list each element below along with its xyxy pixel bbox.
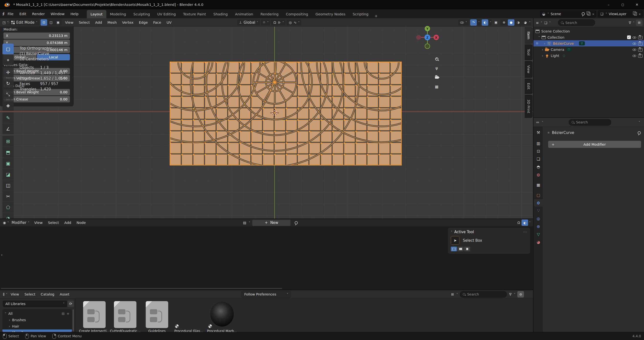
- wireframe-shading-button[interactable]: ⊕: [501, 19, 507, 26]
- close-button[interactable]: [630, 0, 644, 9]
- tab-object-data[interactable]: ▽: [534, 230, 543, 238]
- tab-render[interactable]: ▥: [534, 140, 543, 147]
- pin-icon[interactable]: [294, 221, 298, 224]
- select-box-tool-icon[interactable]: ➤: [451, 236, 460, 245]
- tool-poly-build[interactable]: ⬠: [2, 202, 14, 213]
- workspace-tab-shading[interactable]: Shading: [210, 10, 231, 18]
- workspace-tab-layout[interactable]: Layout: [87, 10, 106, 18]
- tool-bevel[interactable]: ◪: [2, 169, 14, 180]
- outliner-row-beziercurve[interactable]: ⊡ › ▽ BézierCurve ▽: [534, 40, 644, 46]
- chevron-down-icon[interactable]: [638, 120, 640, 124]
- sidebar-tab-3d-print[interactable]: 3D Print: [525, 95, 532, 118]
- select-mode-set-button[interactable]: [451, 247, 457, 251]
- node-menu-node[interactable]: Node: [74, 221, 88, 225]
- workspace-tab-geometry-nodes[interactable]: Geometry Nodes: [312, 10, 349, 18]
- camera-view-button[interactable]: [433, 74, 440, 81]
- tool-add-cube[interactable]: ⊞: [2, 136, 14, 147]
- new-collection-button[interactable]: ⊞: [636, 20, 642, 26]
- add-modifier-button[interactable]: + Add Modifier: [548, 141, 641, 148]
- menu-window[interactable]: Window: [48, 12, 68, 16]
- tool-rotate[interactable]: ↻: [2, 78, 14, 89]
- viewport-menu-select[interactable]: Select: [76, 20, 92, 24]
- outliner-row-scene-collection[interactable]: Scene Collection: [534, 28, 644, 34]
- unlink-icon[interactable]: [592, 12, 594, 16]
- median-x-field[interactable]: X0.23113 m: [4, 32, 70, 39]
- save-icon[interactable]: ⊟: [62, 312, 65, 316]
- properties-search-input[interactable]: Search: [569, 119, 611, 126]
- workspace-tab-scripting[interactable]: Scripting: [349, 10, 372, 18]
- tab-view-layer[interactable]: ❏: [534, 155, 543, 162]
- outliner-row-collection[interactable]: Collection ✓: [534, 34, 644, 40]
- pan-button[interactable]: ψ: [433, 64, 440, 72]
- sidebar-tab-view[interactable]: View: [525, 61, 532, 78]
- menu-edit[interactable]: Edit: [16, 12, 29, 16]
- region-toggle-arrow[interactable]: ‣: [1, 253, 3, 257]
- maximize-button[interactable]: [616, 0, 630, 9]
- node-menu-select[interactable]: Select: [46, 221, 61, 225]
- outliner-search-input[interactable]: Search: [558, 19, 595, 26]
- asset-menu-asset[interactable]: Asset: [58, 292, 72, 296]
- add-workspace-button[interactable]: +: [372, 14, 380, 18]
- tab-world[interactable]: ◍: [534, 171, 543, 178]
- add-catalog-icon[interactable]: +: [66, 312, 70, 316]
- menu-render[interactable]: Render: [29, 12, 48, 16]
- workspace-tab-texture-paint[interactable]: Texture Paint: [180, 10, 210, 18]
- tool-move[interactable]: ✛: [2, 67, 14, 78]
- pin-icon[interactable]: [582, 12, 585, 16]
- outliner-row-light[interactable]: › Light ◌: [534, 52, 644, 59]
- camera-render-icon[interactable]: [638, 54, 642, 58]
- viewport-menu-mesh[interactable]: Mesh: [105, 20, 119, 24]
- eye-icon[interactable]: [632, 48, 636, 51]
- checkbox-icon[interactable]: ✓: [627, 36, 631, 39]
- view-layer-selector[interactable]: ❏ ViewLayer: [598, 10, 642, 17]
- vertex-select-button[interactable]: ⊡: [40, 19, 47, 26]
- tab-object[interactable]: ▢: [534, 192, 543, 199]
- viewport-menu-vertex[interactable]: Vertex: [120, 20, 136, 24]
- tab-tool[interactable]: ⚒: [534, 129, 543, 136]
- catalog-item-hair[interactable]: ›Hair: [2, 323, 72, 330]
- tool-measure[interactable]: ∠: [2, 124, 14, 134]
- perspective-toggle-button[interactable]: ▦: [433, 83, 440, 90]
- viewport-menu-uv[interactable]: UV: [164, 20, 174, 24]
- refresh-library-button[interactable]: ⟳: [68, 301, 74, 307]
- tool-spin[interactable]: ◔: [2, 213, 14, 218]
- blender-menu-icon[interactable]: 🮲: [2, 12, 4, 16]
- asset-guidelines[interactable]: Guidelines: [142, 301, 172, 333]
- show-overlays-button[interactable]: ◐: [482, 19, 488, 26]
- filter-icon[interactable]: ∇: [629, 21, 631, 25]
- mosaic-mesh[interactable]: [170, 62, 402, 166]
- edge-select-button[interactable]: ◫: [48, 19, 54, 26]
- rendered-shading-button[interactable]: ◕: [522, 19, 528, 26]
- viewport-3d[interactable]: ◳ Edit Mode ⊡ ◫ ▣ View Select Add Mesh V…: [0, 18, 533, 218]
- grip-icon[interactable]: ∷∷: [523, 230, 527, 234]
- sidebar-tab-tool[interactable]: Tool: [525, 44, 532, 60]
- asset-menu-view[interactable]: View: [8, 292, 21, 296]
- import-method-dropdown[interactable]: Follow Preferences: [242, 291, 291, 298]
- asset-procedural-glass[interactable]: Procedural Glas...: [174, 301, 204, 333]
- display-mode-icon[interactable]: ⊞: [451, 292, 454, 296]
- tool-loop-cut[interactable]: ◫: [2, 180, 14, 191]
- catalog-item-brushes[interactable]: ›Brushes: [2, 317, 72, 323]
- camera-render-icon[interactable]: [638, 48, 642, 52]
- workspace-tab-animation[interactable]: Animation: [231, 10, 257, 18]
- material-shading-button[interactable]: ◑: [515, 19, 522, 26]
- asset-browser[interactable]: ⫼ View Select Catalog Asset Follow Prefe…: [0, 290, 533, 332]
- falloff-icon[interactable]: ∿: [294, 20, 297, 24]
- snap-target-icon[interactable]: ⊪: [278, 20, 281, 24]
- tab-material[interactable]: ◕: [534, 238, 543, 246]
- show-gizmo-button[interactable]: ↷: [470, 19, 477, 26]
- sidebar-scrollbar[interactable]: [72, 310, 74, 332]
- workspace-tab-modeling[interactable]: Modeling: [106, 10, 130, 18]
- asset-menu-catalog[interactable]: Catalog: [39, 292, 57, 296]
- viewport-menu-face[interactable]: Face: [151, 20, 163, 24]
- zoom-button[interactable]: [433, 55, 440, 62]
- duplicate-icon[interactable]: [634, 12, 637, 16]
- workspace-tab-sculpting[interactable]: Sculpting: [130, 10, 154, 18]
- camera-render-icon[interactable]: [638, 42, 642, 46]
- node-tree-type-dropdown[interactable]: Modifier: [10, 220, 31, 226]
- sidebar-tab-edit[interactable]: Edit: [525, 79, 532, 94]
- tool-scale[interactable]: ⤡: [2, 89, 14, 100]
- filter-icon[interactable]: ∇: [509, 292, 512, 296]
- editor-type-icon[interactable]: ◉: [3, 221, 6, 225]
- viewport-menu-add[interactable]: Add: [93, 20, 104, 24]
